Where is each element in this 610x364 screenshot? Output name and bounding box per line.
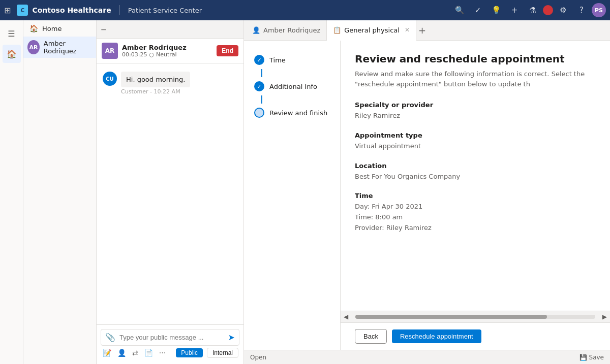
time-hour: Time: 8:00 am <box>355 212 596 223</box>
review-field-time: Time Day: Fri Apr 30 2021 Time: 8:00 am … <box>355 192 596 233</box>
tab-amber-label: Amber Rodriquez <box>263 26 320 34</box>
checkmark-icon[interactable]: ✓ <box>470 2 486 18</box>
specialty-label: Specialty or provider <box>355 101 596 109</box>
more-icon[interactable]: ··· <box>158 348 167 358</box>
sidebar: ☰ 🏠 <box>0 20 23 364</box>
step-connector-1 <box>261 69 262 77</box>
transfer-icon[interactable]: ⇄ <box>131 348 139 358</box>
location-label: Location <box>355 162 596 170</box>
call-timer: 00:03:25 <box>122 51 147 58</box>
step-label-additional: Additional Info <box>269 83 317 90</box>
search-icon[interactable]: 🔍 <box>451 2 468 18</box>
review-field-location: Location Best For You Organics Company <box>355 162 596 182</box>
review-panel: Review and reschedule appointment Review… <box>341 41 610 350</box>
chat-input[interactable] <box>119 334 224 341</box>
settings-icon[interactable]: ⚙ <box>555 2 571 18</box>
caller-avatar: AR <box>102 43 118 59</box>
home-icon: 🏠 <box>29 24 38 32</box>
tab-amber-icon: 👤 <box>252 26 260 34</box>
wizard-step-time[interactable]: ✓ Time <box>252 51 332 69</box>
help-icon[interactable]: ? <box>573 2 590 18</box>
sentiment-icon: ○ <box>149 51 154 58</box>
scroll-track[interactable] <box>355 315 595 319</box>
caller-info: Amber Rodriquez 00:03:25 ○ Neutral <box>122 44 212 58</box>
review-field-appointment-type: Appointment type Virtual appointment <box>355 131 596 152</box>
chat-sender: Customer <box>121 88 148 95</box>
public-button[interactable]: Public <box>176 348 203 357</box>
template-icon[interactable]: 📄 <box>143 348 154 358</box>
bulb-icon[interactable]: 💡 <box>488 2 504 18</box>
open-status: Open <box>250 354 266 361</box>
reschedule-button[interactable]: Reschedule appointment <box>392 329 481 343</box>
nav-subtitle: Patient Service Center <box>128 7 202 14</box>
chat-message-avatar: CU <box>103 72 117 86</box>
home-nav-item[interactable]: 🏠 Home <box>23 20 96 37</box>
step-circle-review <box>254 108 264 118</box>
step-circle-additional: ✓ <box>254 81 264 91</box>
attach-icon[interactable]: 📎 <box>105 333 115 342</box>
step-connector-2 <box>261 95 262 104</box>
horizontal-scrollbar[interactable]: ◀ ▶ <box>341 311 610 322</box>
user-avatar[interactable]: PS <box>592 3 606 17</box>
nav-divider <box>119 5 120 15</box>
save-icon: 💾 <box>580 354 587 361</box>
home-label: Home <box>42 25 62 32</box>
sentiment-label: Neutral <box>156 51 177 58</box>
tab-gp-label: General physical <box>344 26 400 34</box>
agent-header: − <box>97 20 243 39</box>
tab-add-button[interactable]: + <box>418 25 426 36</box>
chat-bubble: Hi, good morning. <box>121 72 190 87</box>
sidebar-menu-icon[interactable]: ☰ <box>3 24 21 43</box>
person-icon[interactable]: 👤 <box>116 348 127 358</box>
review-content: Review and reschedule appointment Review… <box>341 41 610 311</box>
review-title: Review and reschedule appointment <box>355 53 596 65</box>
chat-input-row: 📎 ➤ <box>101 329 239 346</box>
time-day: Day: Fri Apr 30 2021 <box>355 202 596 212</box>
back-button[interactable]: Back <box>355 329 387 344</box>
sidebar-home-icon[interactable]: 🏠 <box>3 45 21 63</box>
wizard-step-additional[interactable]: ✓ Additional Info <box>252 77 332 95</box>
step-circle-time: ✓ <box>254 55 264 65</box>
chat-toolbar: 📝 👤 ⇄ 📄 ··· Public Internal <box>101 346 239 360</box>
end-call-button[interactable]: End <box>217 45 238 56</box>
review-description: Review and make sure the following infor… <box>355 69 596 89</box>
time-provider: Provider: Riley Ramirez <box>355 223 596 234</box>
minimize-icon[interactable]: − <box>101 25 107 34</box>
save-label: Save <box>589 354 604 361</box>
caller-name: Amber Rodriquez <box>122 44 212 51</box>
status-bar: Open 💾 Save <box>244 350 610 364</box>
nav-icons: 🔍 ✓ 💡 + ⚗ ⚙ ? PS <box>451 2 606 18</box>
notification-badge[interactable] <box>543 5 553 15</box>
tab-general-physical[interactable]: 📋 General physical ✕ <box>327 20 416 41</box>
agent-panel: − AR Amber Rodriquez 00:03:25 ○ Neutral … <box>97 20 244 364</box>
tabs-bar: 👤 Amber Rodriquez 📋 General physical ✕ + <box>244 20 610 41</box>
chat-input-area: 📎 ➤ 📝 👤 ⇄ 📄 ··· Public Internal <box>97 324 243 364</box>
tab-amber[interactable]: 👤 Amber Rodriquez <box>246 20 327 41</box>
location-value: Best For You Organics Company <box>355 172 596 182</box>
user-list-item[interactable]: AR Amber Rodriquez <box>23 37 96 58</box>
chat-meta: Customer - 10:22 AM <box>121 88 190 95</box>
wizard-navigation: ✓ Time ✓ Additional Info Review and fini… <box>244 41 341 350</box>
wizard-step-review[interactable]: Review and finish <box>252 104 332 122</box>
tab-gp-icon: 📋 <box>333 26 341 34</box>
note-icon[interactable]: 📝 <box>102 348 112 358</box>
send-icon[interactable]: ➤ <box>228 333 235 342</box>
step-label-review: Review and finish <box>269 109 327 117</box>
grid-icon[interactable]: ⊞ <box>4 6 11 15</box>
scroll-thumb[interactable] <box>355 315 547 319</box>
filter-icon[interactable]: ⚗ <box>525 2 541 18</box>
step-label-time: Time <box>269 56 286 64</box>
top-navigation: ⊞ C Contoso Healthcare Patient Service C… <box>0 0 610 20</box>
content-area: 👤 Amber Rodriquez 📋 General physical ✕ +… <box>244 20 610 364</box>
brand-logo: C <box>17 5 28 16</box>
save-button[interactable]: 💾 Save <box>580 354 604 361</box>
scroll-left-arrow[interactable]: ◀ <box>341 313 351 320</box>
appt-type-label: Appointment type <box>355 131 596 139</box>
user-display-name: Amber Rodriquez <box>44 40 92 55</box>
appt-type-value: Virtual appointment <box>355 141 596 152</box>
specialty-value: Riley Ramirez <box>355 111 596 121</box>
plus-icon[interactable]: + <box>506 2 523 18</box>
scroll-right-arrow[interactable]: ▶ <box>599 313 610 320</box>
tab-close-icon[interactable]: ✕ <box>405 26 410 34</box>
internal-button[interactable]: Internal <box>207 348 238 358</box>
